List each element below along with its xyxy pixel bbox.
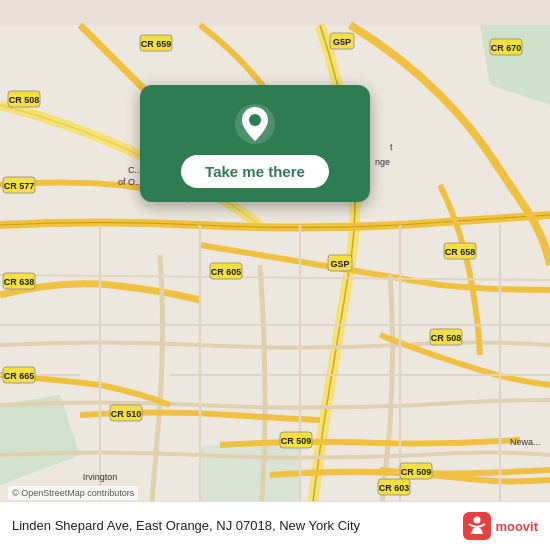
bottom-bar: Linden Shepard Ave, East Orange, NJ 0701… [0, 501, 550, 550]
svg-point-43 [474, 517, 481, 524]
svg-text:nge: nge [375, 157, 390, 167]
svg-text:Newa...: Newa... [510, 437, 541, 447]
svg-text:CR 670: CR 670 [491, 43, 522, 53]
svg-text:CR 509: CR 509 [401, 467, 432, 477]
location-pin-icon [234, 103, 276, 145]
svg-text:CR 665: CR 665 [4, 371, 35, 381]
svg-text:CR 638: CR 638 [4, 277, 35, 287]
svg-text:CR 577: CR 577 [4, 181, 35, 191]
svg-text:CR 508: CR 508 [9, 95, 40, 105]
osm-attribution: © OpenStreetMap contributors [8, 486, 138, 500]
svg-text:GSP: GSP [330, 259, 349, 269]
address-text: Linden Shepard Ave, East Orange, NJ 0701… [12, 518, 453, 535]
take-me-there-button[interactable]: Take me there [181, 155, 329, 188]
svg-text:CR 509: CR 509 [281, 436, 312, 446]
svg-text:CR 659: CR 659 [141, 39, 172, 49]
svg-text:G5P: G5P [333, 37, 351, 47]
map-svg: CR 508 CR 659 CR 670 G5P CR 577 CR 638 C… [0, 0, 550, 550]
popup-card: Take me there [140, 85, 370, 202]
svg-point-41 [249, 114, 261, 126]
svg-text:CR 508: CR 508 [431, 333, 462, 343]
map-container: CR 508 CR 659 CR 670 G5P CR 577 CR 638 C… [0, 0, 550, 550]
svg-text:of O...: of O... [118, 177, 143, 187]
svg-text:Irvington: Irvington [83, 472, 118, 482]
svg-text:CR 603: CR 603 [379, 483, 410, 493]
svg-text:CR 658: CR 658 [445, 247, 476, 257]
svg-text:CR 510: CR 510 [111, 409, 142, 419]
svg-text:CR 605: CR 605 [211, 267, 242, 277]
moovit-logo: moovit [463, 512, 538, 540]
moovit-brand-icon [463, 512, 491, 540]
moovit-brand-text: moovit [495, 519, 538, 534]
